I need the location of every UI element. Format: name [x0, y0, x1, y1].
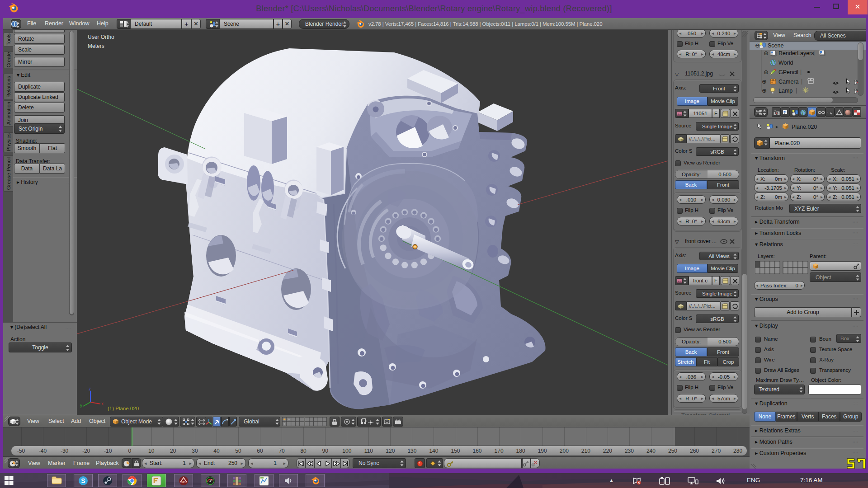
svg-text:(1) Plane.020: (1) Plane.020 [108, 406, 139, 411]
svg-text:z: z [89, 386, 91, 391]
svg-text:y: y [80, 403, 82, 408]
svg-text:S: S [81, 477, 85, 484]
svg-text:i: i [14, 21, 15, 27]
svg-text:Meters: Meters [88, 43, 104, 49]
svg-text:x: x [101, 401, 104, 406]
svg-text:User Ortho: User Ortho [88, 34, 114, 40]
svg-text:GPU: GPU [180, 481, 186, 483]
